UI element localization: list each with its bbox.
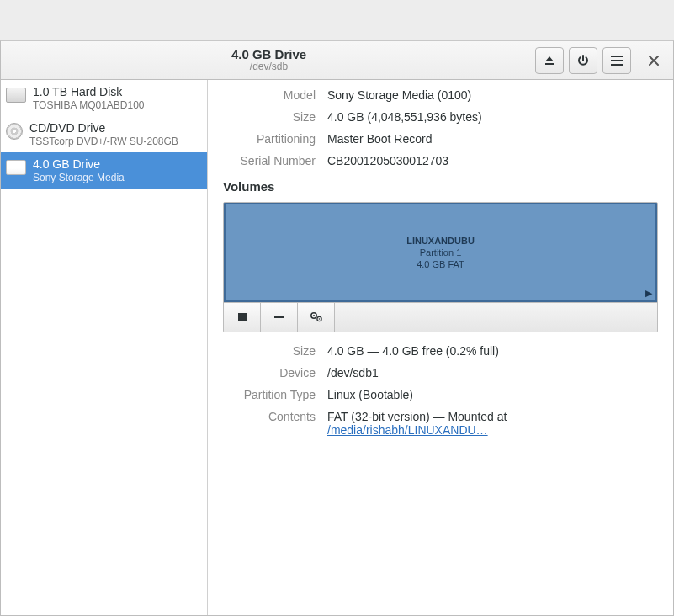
body-split: 1.0 TB Hard Disk TOSHIBA MQ01ABD100 CD/D… [1, 80, 673, 615]
power-button[interactable] [569, 47, 597, 74]
minus-icon [274, 312, 284, 322]
volume-part: Partition 1 [406, 247, 475, 258]
expand-icon: ▶ [645, 288, 652, 299]
value-model: Sony Storage Media (0100) [327, 88, 658, 102]
close-button[interactable] [641, 48, 666, 73]
svg-rect-2 [611, 64, 623, 66]
device-sub: Sony Storage Media [33, 172, 125, 183]
cd-icon [6, 123, 23, 140]
eject-button[interactable] [535, 47, 564, 74]
value-device: /dev/sdb1 [327, 366, 658, 380]
svg-rect-0 [611, 56, 623, 57]
usb-drive-icon [6, 160, 26, 175]
device-sub: TSSTcorp DVD+/-RW SU-208GB [29, 135, 178, 147]
value-partitioning: Master Boot Record [327, 132, 658, 146]
volume-fs: 4.0 GB FAT [406, 258, 475, 270]
value-contents: FAT (32-bit version) — Mounted at /media… [327, 410, 658, 437]
volume-name: LINUXANDUBU [406, 235, 475, 247]
label-partitioning: Partitioning [223, 132, 316, 146]
volume-toolbar [224, 302, 657, 332]
svg-point-6 [313, 315, 315, 316]
contents-text: FAT (32-bit version) — Mounted at [327, 410, 507, 423]
value-ptype: Linux (Bootable) [327, 388, 658, 401]
window-title: 4.0 GB Drive [231, 47, 306, 61]
label-ptype: Partition Type [223, 388, 316, 401]
window-subtitle: /dev/sdb [250, 61, 288, 73]
device-text: 1.0 TB Hard Disk TOSHIBA MQ01ABD100 [33, 85, 145, 111]
device-sub: TOSHIBA MQ01ABD100 [33, 99, 145, 111]
partition-info: Size 4.0 GB — 4.0 GB free (0.2% full) De… [223, 344, 658, 437]
menu-button[interactable] [602, 47, 631, 74]
device-item-hdd[interactable]: 1.0 TB Hard Disk TOSHIBA MQ01ABD100 [1, 80, 207, 116]
label-size: Size [223, 110, 316, 124]
label-serial: Serial Number [223, 154, 316, 167]
value-serial: CB2001205030012703 [327, 154, 658, 167]
stop-icon [238, 313, 247, 321]
mount-link[interactable]: /media/rishabh/LINUXANDU… [327, 423, 488, 437]
title-area: 4.0 GB Drive /dev/sdb [8, 47, 530, 73]
volume-label: LINUXANDUBU Partition 1 4.0 GB FAT [406, 235, 475, 271]
power-icon [577, 55, 589, 66]
device-item-cd[interactable]: CD/DVD Drive TSSTcorp DVD+/-RW SU-208GB [1, 116, 207, 152]
value-size: 4.0 GB (4,048,551,936 bytes) [327, 110, 658, 124]
device-text: 4.0 GB Drive Sony Storage Media [33, 157, 125, 183]
volume-partition[interactable]: LINUXANDUBU Partition 1 4.0 GB FAT ▶ [224, 203, 657, 302]
svg-rect-3 [238, 313, 247, 321]
label-model: Model [223, 88, 316, 102]
partition-options-button[interactable] [298, 303, 335, 332]
delete-partition-button[interactable] [261, 303, 298, 332]
label-contents: Contents [223, 410, 316, 437]
label-device: Device [223, 366, 316, 380]
unmount-button[interactable] [224, 303, 261, 332]
detail-pane: Model Sony Storage Media (0100) Size 4.0… [208, 80, 673, 615]
device-name: CD/DVD Drive [29, 121, 178, 135]
hdd-icon [6, 88, 26, 103]
close-icon [649, 56, 659, 66]
svg-point-8 [318, 318, 320, 320]
disks-window: 4.0 GB Drive /dev/sdb 1.0 TB Hard Disk T… [0, 40, 674, 616]
volumes-box: LINUXANDUBU Partition 1 4.0 GB FAT ▶ [223, 202, 658, 332]
gears-icon [310, 311, 323, 323]
svg-rect-4 [274, 316, 284, 318]
device-item-usb[interactable]: 4.0 GB Drive Sony Storage Media [1, 152, 207, 189]
device-sidebar: 1.0 TB Hard Disk TOSHIBA MQ01ABD100 CD/D… [1, 80, 208, 615]
device-name: 1.0 TB Hard Disk [33, 85, 145, 99]
hamburger-icon [611, 56, 623, 66]
device-text: CD/DVD Drive TSSTcorp DVD+/-RW SU-208GB [29, 121, 178, 147]
device-name: 4.0 GB Drive [33, 157, 125, 172]
value-vol-size: 4.0 GB — 4.0 GB free (0.2% full) [327, 344, 658, 358]
svg-rect-1 [611, 60, 623, 61]
volumes-heading: Volumes [223, 179, 658, 194]
drive-info: Model Sony Storage Media (0100) Size 4.0… [223, 88, 658, 167]
eject-icon [544, 55, 555, 66]
label-vol-size: Size [223, 344, 316, 358]
headerbar: 4.0 GB Drive /dev/sdb [1, 41, 673, 80]
